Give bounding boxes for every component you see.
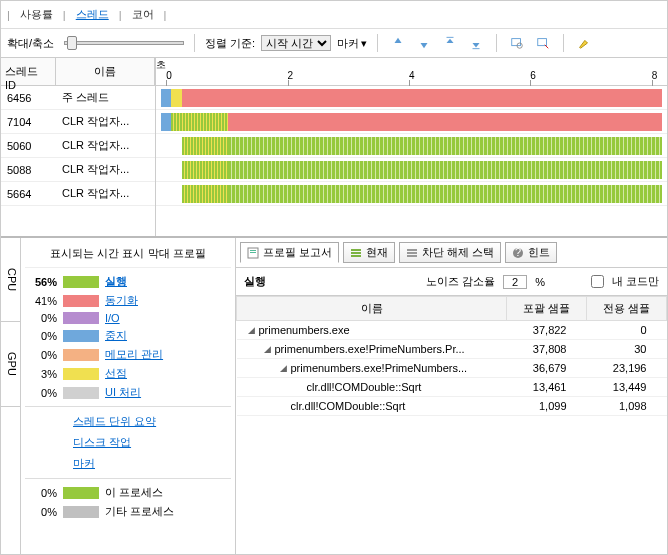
thread-row[interactable]: 5664CLR 작업자... — [1, 182, 155, 206]
legend-link[interactable]: 디스크 작업 — [73, 436, 131, 448]
row-name: primenumbers.exe!PrimeNumbers... — [291, 362, 468, 374]
thread-row[interactable]: 5060CLR 작업자... — [1, 134, 155, 158]
col-thread-id[interactable]: 스레드 ID — [1, 58, 56, 85]
svg-rect-10 — [351, 255, 361, 257]
table-row[interactable]: ◢primenumbers.exe!PrimeNumbers.Pr...37,8… — [237, 340, 667, 359]
timeline-track[interactable] — [156, 134, 667, 158]
legend-item[interactable]: 56%실행 — [25, 272, 231, 291]
mycode-label: 내 코드만 — [612, 274, 659, 289]
table-row[interactable]: clr.dll!COMDouble::Sqrt1,0991,098 — [237, 397, 667, 416]
report-icon — [247, 247, 259, 259]
timeline-track[interactable] — [156, 110, 667, 134]
legend-pct: 56% — [29, 276, 57, 288]
zoom-selection-button[interactable] — [507, 33, 527, 53]
thread-row[interactable]: 6456주 스레드 — [1, 86, 155, 110]
row-inclusive: 13,461 — [507, 378, 587, 397]
legend-label[interactable]: UI 처리 — [105, 385, 141, 400]
toolbar: 확대/축소 정렬 기준: 시작 시간 마커 ▾ — [1, 29, 667, 58]
row-inclusive: 36,679 — [507, 359, 587, 378]
time-unit: 초 — [156, 58, 166, 72]
tab-threads[interactable]: 스레드 — [70, 5, 115, 24]
svg-text:?: ? — [515, 247, 521, 258]
sort-select[interactable]: 시작 시간 — [261, 35, 331, 51]
legend-link[interactable]: 스레드 단위 요약 — [73, 415, 156, 427]
legend-label[interactable]: 메모리 관리 — [105, 347, 163, 362]
legend-link[interactable]: 마커 — [73, 457, 95, 469]
legend-item[interactable]: 0%기타 프로세스 — [25, 502, 231, 521]
row-name: primenumbers.exe — [259, 324, 350, 336]
zoom-slider[interactable] — [64, 35, 184, 51]
legend-pct: 0% — [29, 330, 57, 342]
legend-label: 이 프로세스 — [105, 485, 163, 500]
mycode-checkbox[interactable] — [591, 275, 604, 288]
move-up-button[interactable] — [388, 33, 408, 53]
tab-current[interactable]: 현재 — [343, 242, 395, 263]
pct-label: % — [535, 276, 545, 288]
noise-input[interactable] — [503, 275, 527, 289]
move-down-button[interactable] — [414, 33, 434, 53]
col-inclusive[interactable]: 포괄 샘플 — [507, 297, 587, 321]
timeline-track[interactable] — [156, 158, 667, 182]
thread-id: 5088 — [1, 164, 56, 176]
timeline[interactable]: 초 02468 — [156, 58, 667, 236]
legend-item[interactable]: 41%동기화 — [25, 291, 231, 310]
legend-label[interactable]: 동기화 — [105, 293, 138, 308]
zoom-reset-button[interactable] — [533, 33, 553, 53]
report-table: 이름 포괄 샘플 전용 샘플 ◢primenumbers.exe37,8220◢… — [236, 296, 667, 554]
svg-rect-1 — [473, 48, 480, 49]
timeline-area: 스레드 ID 이름 6456주 스레드7104CLR 작업자...5060CLR… — [1, 58, 667, 238]
col-exclusive[interactable]: 전용 샘플 — [587, 297, 667, 321]
legend-item[interactable]: 0%UI 처리 — [25, 383, 231, 402]
legend-swatch — [63, 487, 99, 499]
legend-label[interactable]: I/O — [105, 312, 120, 324]
report-controls: 실행 노이즈 감소율 % 내 코드만 — [236, 268, 667, 296]
col-name[interactable]: 이름 — [237, 297, 507, 321]
legend-item[interactable]: 0%이 프로세스 — [25, 483, 231, 502]
move-top-button[interactable] — [440, 33, 460, 53]
tab-cores[interactable]: 코어 — [126, 5, 160, 24]
legend-label[interactable]: 실행 — [105, 274, 127, 289]
legend-pct: 0% — [29, 506, 57, 518]
tab-hints[interactable]: ? 힌트 — [505, 242, 557, 263]
table-row[interactable]: ◢primenumbers.exe37,8220 — [237, 321, 667, 340]
tab-unblock-stack[interactable]: 차단 해제 스택 — [399, 242, 501, 263]
stack-icon — [350, 247, 362, 259]
col-thread-name[interactable]: 이름 — [56, 58, 155, 85]
tab-profile-report[interactable]: 프로필 보고서 — [240, 242, 339, 263]
expand-icon[interactable]: ◢ — [247, 325, 257, 335]
legend-item[interactable]: 0%중지 — [25, 326, 231, 345]
bottom-area: CPU GPU 표시되는 시간 표시 막대 프로필 56%실행41%동기화0%I… — [1, 238, 667, 554]
vtab-cpu[interactable]: CPU — [1, 238, 20, 322]
svg-rect-0 — [447, 37, 454, 38]
move-bottom-button[interactable] — [466, 33, 486, 53]
legend-item[interactable]: 0%메모리 관리 — [25, 345, 231, 364]
table-row[interactable]: ◢primenumbers.exe!PrimeNumbers...36,6792… — [237, 359, 667, 378]
row-exclusive: 23,196 — [587, 359, 667, 378]
svg-rect-12 — [407, 252, 417, 254]
legend-item[interactable]: 0%I/O — [25, 310, 231, 326]
table-row[interactable]: clr.dll!COMDouble::Sqrt13,46113,449 — [237, 378, 667, 397]
thread-row[interactable]: 5088CLR 작업자... — [1, 158, 155, 182]
legend-label[interactable]: 선점 — [105, 366, 127, 381]
row-exclusive: 0 — [587, 321, 667, 340]
timeline-track[interactable] — [156, 86, 667, 110]
expand-icon[interactable]: ◢ — [279, 363, 289, 373]
legend-label[interactable]: 중지 — [105, 328, 127, 343]
row-inclusive: 37,808 — [507, 340, 587, 359]
tab-sep: | — [63, 9, 66, 21]
exec-label: 실행 — [244, 274, 266, 289]
thread-row[interactable]: 7104CLR 작업자... — [1, 110, 155, 134]
legend-swatch — [63, 330, 99, 342]
vtab-gpu[interactable]: GPU — [1, 322, 20, 407]
row-exclusive: 30 — [587, 340, 667, 359]
svg-rect-8 — [351, 249, 361, 251]
legend-item[interactable]: 3%선점 — [25, 364, 231, 383]
stack-icon — [406, 247, 418, 259]
svg-rect-11 — [407, 249, 417, 251]
highlight-button[interactable] — [574, 33, 594, 53]
expand-icon[interactable]: ◢ — [263, 344, 273, 354]
timeline-track[interactable] — [156, 182, 667, 206]
tab-usage[interactable]: 사용률 — [14, 5, 59, 24]
marker-dropdown[interactable]: 마커 ▾ — [337, 36, 367, 51]
thread-name: CLR 작업자... — [56, 162, 155, 177]
